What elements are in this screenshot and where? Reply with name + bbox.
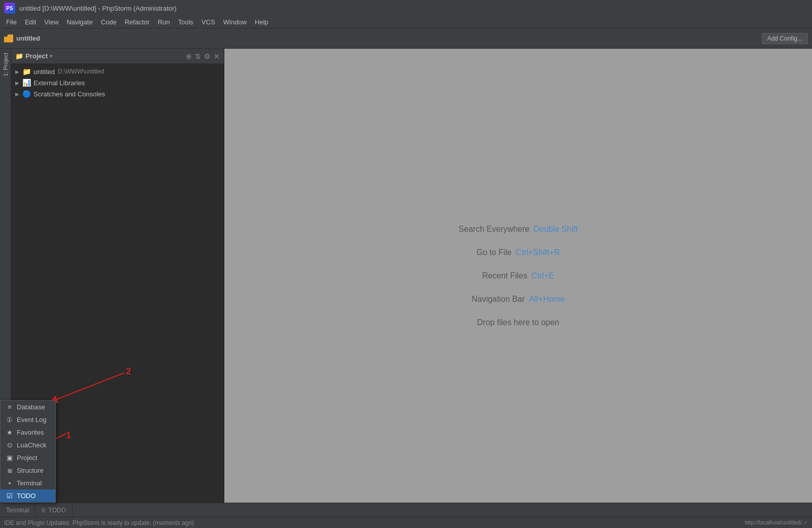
todo-tab-label: TODO	[49, 507, 66, 514]
hint-text-search: Search Everywhere	[459, 225, 530, 234]
luacheck-icon: ⊙	[6, 441, 14, 449]
bottom-popup-menu: ≡ Database ① Event Log ★ Favorites ⊙ Lua…	[0, 400, 56, 503]
popup-item-project[interactable]: ▣ Project	[1, 451, 55, 464]
popup-item-database[interactable]: ≡ Database	[1, 401, 55, 413]
tab-todo[interactable]: 6: TODO	[36, 503, 73, 517]
menu-window[interactable]: Window	[219, 17, 251, 27]
title-text: untitled [D:\WWW\untitled] - PhpStorm (A…	[19, 5, 177, 12]
menu-navigate[interactable]: Navigate	[62, 17, 96, 27]
panel-action-icons: ⊕ ⇅ ⚙ ✕	[186, 52, 220, 60]
project-icon: ▣	[6, 454, 14, 462]
structure-icon: ≣	[6, 467, 14, 474]
menu-code[interactable]: Code	[97, 17, 121, 27]
popup-item-todo[interactable]: ☑ TODO	[1, 489, 55, 502]
bottom-tabs: Terminal 6: TODO	[0, 503, 812, 517]
hint-nav-bar: Navigation Bar Alt+Home	[471, 295, 565, 304]
collapse-icon[interactable]: ⇅	[195, 52, 201, 60]
menu-tools[interactable]: Tools	[174, 17, 197, 27]
tree-path-untitled: D:\WWW\untitled	[58, 68, 104, 75]
popup-item-luacheck[interactable]: ⊙ LuaCheck	[1, 439, 55, 451]
tree-label-scratches: Scratches and Consoles	[33, 90, 105, 98]
titlebar: PS untitled [D:\WWW\untitled] - PhpStorm…	[0, 0, 812, 16]
tree-arrow-untitled: ▶	[15, 69, 20, 75]
folder-icon: 📁	[22, 67, 31, 76]
hint-drop-files: Drop files here to open	[477, 318, 559, 327]
menu-run[interactable]: Run	[154, 17, 174, 27]
add-config-button[interactable]: Add Config...	[762, 33, 808, 44]
tree-label-extlibs: External Libraries	[33, 79, 85, 87]
tree-arrow-extlibs: ▶	[15, 80, 20, 86]
hint-text-nav: Navigation Bar	[471, 295, 525, 304]
popup-label-eventlog: Event Log	[17, 416, 47, 424]
hint-recent-files: Recent Files Ctrl+E	[482, 271, 554, 280]
eventlog-icon: ①	[6, 416, 14, 424]
todo-tab-num: 6:	[42, 507, 46, 513]
project-title: untitled	[16, 34, 40, 42]
project-folder-icon	[4, 34, 13, 43]
popup-item-terminal[interactable]: ▪ Terminal	[1, 477, 55, 489]
sidebar-strip-label[interactable]: 1: Project	[2, 51, 10, 78]
editor-area: Search Everywhere Double Shift Go to Fil…	[224, 49, 812, 503]
popup-item-favorites[interactable]: ★ Favorites	[1, 426, 55, 439]
hint-text-recent: Recent Files	[482, 271, 527, 280]
hint-shortcut-goto: Ctrl+Shift+R	[516, 248, 560, 257]
todo-icon: ☑	[6, 492, 14, 500]
favorites-icon: ★	[6, 429, 14, 436]
database-icon: ≡	[6, 403, 14, 411]
popup-label-project: Project	[17, 454, 37, 462]
popup-item-structure[interactable]: ≣ Structure	[1, 464, 55, 477]
terminal-icon: ▪	[6, 479, 14, 487]
hint-shortcut-nav: Alt+Home	[529, 295, 565, 304]
project-panel-header: 📁 Project ▾ ⊕ ⇅ ⚙ ✕	[11, 49, 224, 64]
popup-label-favorites: Favorites	[17, 429, 44, 436]
status-message: IDE and Plugin Updates: PhpStorm is read…	[4, 519, 745, 526]
hint-text-goto: Go to File	[477, 248, 512, 257]
menu-refactor[interactable]: Refactor	[121, 17, 154, 27]
popup-label-terminal: Terminal	[17, 479, 42, 487]
menu-edit[interactable]: Edit	[21, 17, 40, 27]
terminal-tab-label: Terminal	[6, 507, 29, 514]
app-logo: PS	[4, 3, 15, 14]
menu-file[interactable]: File	[2, 17, 21, 27]
toolbar: untitled Add Config...	[0, 28, 812, 49]
hint-shortcut-recent: Ctrl+E	[531, 271, 554, 280]
tree-item-external-libs[interactable]: ▶ 📊 External Libraries	[11, 77, 224, 88]
settings-icon[interactable]: ⚙	[204, 52, 211, 60]
tab-terminal[interactable]: Terminal	[0, 503, 36, 517]
panel-title-label: Project	[25, 52, 48, 60]
hint-search-everywhere: Search Everywhere Double Shift	[459, 225, 578, 234]
popup-label-database: Database	[17, 403, 45, 411]
folder-icon-small: 📁	[15, 52, 23, 60]
hint-shortcut-search: Double Shift	[533, 225, 578, 234]
tree-item-untitled[interactable]: ▶ 📁 untitled D:\WWW\untitled	[11, 66, 224, 77]
status-url: http://localhost/untitled/ ✓	[745, 519, 808, 526]
hint-text-drop: Drop files here to open	[477, 318, 559, 327]
close-panel-icon[interactable]: ✕	[214, 52, 220, 60]
menubar: File Edit View Navigate Code Refactor Ru…	[0, 16, 812, 28]
statusbar: IDE and Plugin Updates: PhpStorm is read…	[0, 517, 812, 528]
project-panel-title: 📁 Project ▾	[15, 52, 52, 60]
tree-label-untitled: untitled	[33, 68, 55, 76]
popup-label-luacheck: LuaCheck	[17, 441, 47, 449]
chevron-down-icon[interactable]: ▾	[50, 53, 52, 59]
menu-view[interactable]: View	[40, 17, 62, 27]
menu-help[interactable]: Help	[251, 17, 273, 27]
tree-arrow-scratches: ▶	[15, 91, 20, 97]
scratch-icon: 🔵	[22, 90, 31, 98]
hint-goto-file: Go to File Ctrl+Shift+R	[477, 248, 560, 257]
lib-icon: 📊	[22, 79, 31, 87]
popup-label-structure: Structure	[17, 467, 44, 474]
popup-label-todo: TODO	[17, 492, 36, 500]
tree-item-scratches[interactable]: ▶ 🔵 Scratches and Consoles	[11, 88, 224, 99]
popup-item-eventlog[interactable]: ① Event Log	[1, 413, 55, 426]
locate-icon[interactable]: ⊕	[186, 52, 192, 60]
menu-vcs[interactable]: VCS	[197, 17, 219, 27]
main-layout: 1: Project 📁 Project ▾ ⊕ ⇅ ⚙ ✕ ▶ 📁 untit…	[0, 49, 812, 503]
